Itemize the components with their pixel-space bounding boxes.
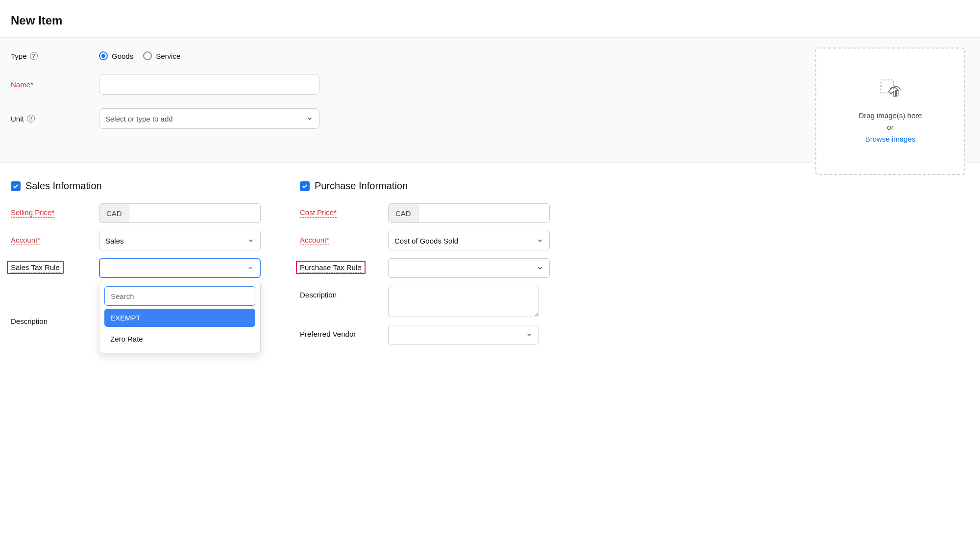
- sales-column: Sales Information Selling Price* CAD Acc…: [11, 180, 270, 352]
- top-section: Type ? Goods Service Name*: [0, 37, 980, 163]
- cost-currency-prefix: CAD: [389, 204, 418, 222]
- highlight-purchase-tax: Purchase Tax Rule: [296, 261, 366, 274]
- purchase-account-select[interactable]: Cost of Goods Sold: [388, 231, 550, 250]
- dropdown-option-exempt[interactable]: EXEMPT: [104, 309, 255, 327]
- chevron-up-icon: [247, 265, 254, 271]
- chevron-down-icon: [537, 265, 543, 271]
- unit-label: Unit: [11, 115, 24, 123]
- purchase-tax-rule-label: Purchase Tax Rule: [300, 263, 362, 272]
- svg-rect-0: [881, 80, 894, 93]
- dropdown-search-input[interactable]: [104, 286, 255, 306]
- name-row: Name*: [11, 74, 354, 95]
- purchase-account-value: Cost of Goods Sold: [394, 237, 458, 245]
- sales-tax-rule-row: Sales Tax Rule EXEMPT Zero Rate: [11, 258, 270, 353]
- radio-circle-goods: [99, 51, 108, 60]
- sales-tax-dropdown: EXEMPT Zero Rate: [99, 281, 261, 353]
- sales-account-row: Account* Sales: [11, 231, 270, 250]
- page-title: New Item: [0, 0, 980, 37]
- preferred-vendor-row: Preferred Vendor: [300, 325, 560, 344]
- highlight-sales-tax: Sales Tax Rule: [7, 261, 64, 274]
- name-label: Name*: [11, 80, 33, 89]
- info-columns: Sales Information Selling Price* CAD Acc…: [0, 163, 980, 370]
- radio-circle-service: [143, 51, 152, 60]
- sales-description-label: Description: [11, 312, 99, 325]
- help-icon[interactable]: ?: [27, 115, 35, 123]
- purchase-column: Purchase Information Cost Price* CAD Acc…: [300, 180, 560, 352]
- selling-price-label: Selling Price*: [11, 208, 54, 218]
- help-icon[interactable]: ?: [30, 52, 38, 60]
- radio-service[interactable]: Service: [143, 51, 180, 60]
- purchase-account-label-wrap: Account*: [300, 231, 388, 245]
- sales-account-select[interactable]: Sales: [99, 231, 261, 250]
- sales-tax-rule-label: Sales Tax Rule: [11, 263, 60, 272]
- purchase-tax-rule-select[interactable]: [388, 258, 550, 278]
- selling-price-label-wrap: Selling Price*: [11, 203, 99, 218]
- image-dropzone[interactable]: Drag image(s) here or Browse images: [815, 48, 965, 175]
- purchase-tax-rule-label-wrap: Purchase Tax Rule: [300, 258, 388, 272]
- preferred-vendor-select[interactable]: [388, 325, 539, 344]
- dropzone-text: Drag image(s) here or Browse images: [858, 110, 922, 145]
- chevron-down-icon: [537, 237, 543, 244]
- sales-checkbox[interactable]: [11, 181, 21, 191]
- selling-currency-prefix: CAD: [99, 204, 129, 222]
- sales-account-label: Account*: [11, 236, 40, 245]
- dropzone-line1: Drag image(s) here: [858, 110, 922, 122]
- dropdown-option-zero-rate[interactable]: Zero Rate: [104, 330, 255, 348]
- sales-tax-rule-select[interactable]: [99, 258, 261, 278]
- sales-title: Sales Information: [25, 180, 102, 192]
- preferred-vendor-label: Preferred Vendor: [300, 325, 388, 338]
- chevron-down-icon: [247, 237, 254, 244]
- cost-price-label-wrap: Cost Price*: [300, 203, 388, 218]
- purchase-title: Purchase Information: [315, 180, 408, 192]
- radio-goods[interactable]: Goods: [99, 51, 133, 60]
- selling-price-input-wrap: CAD: [99, 203, 261, 223]
- sales-header: Sales Information: [11, 180, 270, 192]
- purchase-tax-rule-row: Purchase Tax Rule: [300, 258, 560, 278]
- name-label-wrap: Name*: [11, 80, 99, 89]
- unit-row: Unit ? Select or type to add: [11, 108, 354, 129]
- purchase-description-label: Description: [300, 286, 388, 299]
- chevron-down-icon: [526, 331, 533, 338]
- radio-service-label: Service: [156, 52, 180, 60]
- radio-goods-label: Goods: [112, 52, 133, 60]
- dropzone-or: or: [858, 122, 922, 133]
- purchase-description-row: Description: [300, 286, 560, 317]
- purchase-description-textarea[interactable]: [388, 286, 539, 317]
- browse-images-link[interactable]: Browse images: [858, 133, 922, 145]
- purchase-header: Purchase Information: [300, 180, 560, 192]
- chevron-down-icon: [306, 115, 313, 122]
- purchase-checkbox[interactable]: [300, 181, 310, 191]
- unit-placeholder: Select or type to add: [105, 115, 173, 123]
- purchase-account-label: Account*: [300, 236, 329, 245]
- dropzone-icon: [877, 77, 904, 105]
- type-label-text: Type: [11, 52, 27, 60]
- sales-account-value: Sales: [105, 237, 124, 245]
- selling-price-row: Selling Price* CAD: [11, 203, 270, 223]
- unit-select[interactable]: Select or type to add: [99, 108, 319, 129]
- selling-price-input[interactable]: [129, 204, 260, 222]
- cost-price-label: Cost Price*: [300, 208, 337, 218]
- name-input[interactable]: [99, 74, 319, 95]
- unit-label-wrap: Unit ?: [11, 115, 99, 123]
- type-radio-group: Goods Service: [99, 51, 180, 60]
- sales-account-label-wrap: Account*: [11, 231, 99, 245]
- purchase-account-row: Account* Cost of Goods Sold: [300, 231, 560, 250]
- cost-price-input[interactable]: [418, 204, 549, 222]
- type-label: Type ?: [11, 52, 99, 60]
- sales-tax-rule-label-wrap: Sales Tax Rule: [11, 258, 99, 272]
- type-row: Type ? Goods Service: [11, 51, 354, 60]
- cost-price-input-wrap: CAD: [388, 203, 550, 223]
- cost-price-row: Cost Price* CAD: [300, 203, 560, 223]
